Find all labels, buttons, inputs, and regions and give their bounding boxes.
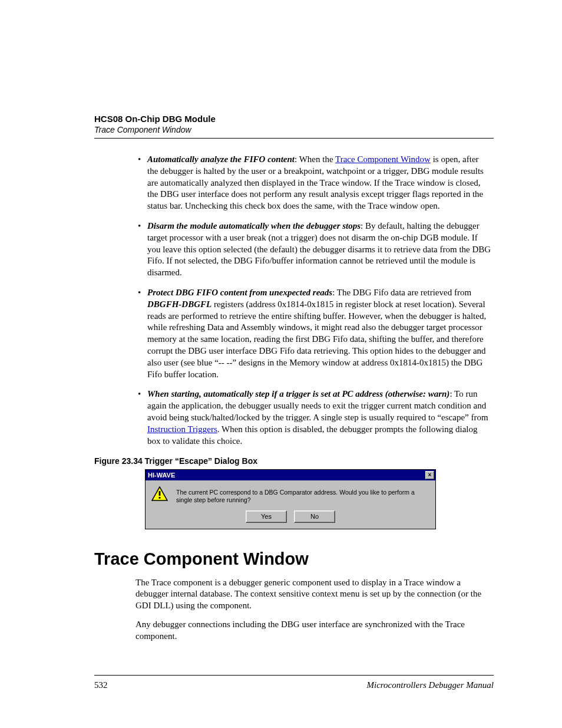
svg-rect-2 — [159, 497, 161, 499]
yes-button[interactable]: Yes — [246, 510, 287, 523]
escape-dialog: HI-WAVE × The current PC correspond to a… — [145, 469, 436, 529]
bullet-lead: Protect DBG FIFO content from unexpected… — [147, 288, 332, 297]
page-number: 532 — [94, 680, 108, 690]
bullet-lead: Automatically analyze the FIFO content — [147, 154, 295, 164]
bullet-text: : The DBG Fifo data are retrieved from — [332, 288, 471, 297]
bullet-lead: When starting, automatically step if a t… — [147, 389, 449, 398]
figure-caption: Figure 23.34 Trigger “Escape” Dialog Box — [94, 456, 494, 466]
warning-icon — [151, 486, 168, 502]
dialog-titlebar: HI-WAVE × — [146, 470, 435, 480]
running-head-section: Trace Component Window — [94, 125, 494, 134]
list-item: Protect DBG FIFO content from unexpected… — [147, 287, 491, 380]
section-heading: Trace Component Window — [94, 549, 494, 569]
register-name: DBGFH-DBGFL — [147, 299, 211, 309]
options-bullet-list: Automatically analyze the FIFO content: … — [147, 154, 494, 447]
list-item: Disarm the module automatically when the… — [147, 220, 491, 279]
header-rule — [94, 138, 494, 139]
no-button[interactable]: No — [294, 510, 335, 523]
body-paragraph: Any debugger connections including the D… — [135, 619, 494, 643]
bullet-lead: Disarm the module automatically when the… — [147, 221, 361, 230]
instruction-triggers-link[interactable]: Instruction Triggers — [147, 424, 217, 434]
list-item: When starting, automatically step if a t… — [147, 388, 491, 447]
running-head-chapter: HCS08 On-Chip DBG Module — [94, 114, 494, 124]
dialog-message: The current PC correspond to a DBG Compa… — [176, 486, 431, 504]
body-paragraph: The Trace component is a debugger generi… — [135, 577, 494, 612]
close-button[interactable]: × — [425, 471, 434, 479]
bullet-text: registers (address 0x1814-0x1815 in regi… — [147, 299, 486, 379]
footer-rule — [94, 675, 494, 676]
dialog-title: HI-WAVE — [148, 472, 175, 479]
trace-component-window-link[interactable]: Trace Component Window — [335, 154, 431, 164]
bullet-text: : When the — [295, 154, 335, 164]
svg-rect-1 — [159, 491, 161, 496]
manual-title: Microcontrollers Debugger Manual — [366, 680, 494, 690]
list-item: Automatically analyze the FIFO content: … — [147, 154, 491, 212]
